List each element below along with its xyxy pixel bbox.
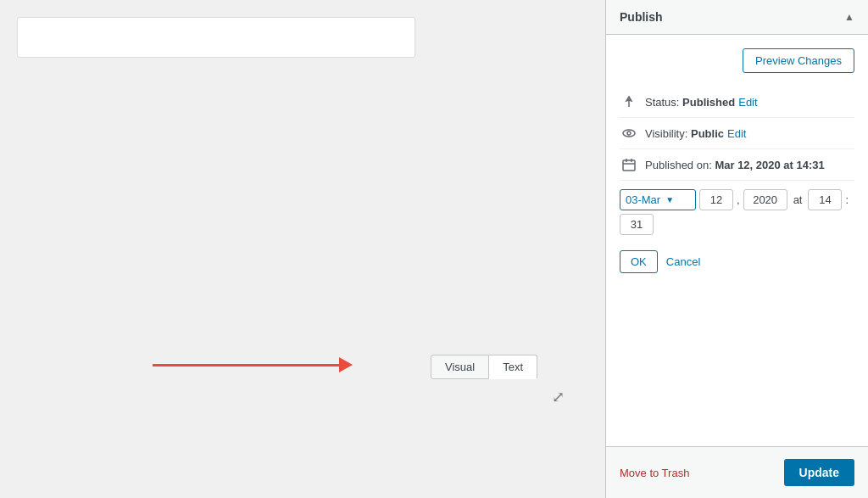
sidebar-body: Preview Changes Status: Published Edit <box>606 35 868 446</box>
editor-toolbar-area: Visual Text ⤢ <box>17 71 588 481</box>
visibility-edit-link[interactable]: Edit <box>727 127 746 140</box>
ok-cancel-row: OK Cancel <box>620 243 854 287</box>
chevron-down-icon: ▼ <box>665 195 674 204</box>
status-value: Published <box>682 96 735 109</box>
month-value: 03-Mar <box>626 193 660 206</box>
editor-area: Visual Text ⤢ <box>0 0 605 498</box>
svg-point-2 <box>627 131 631 135</box>
hour-input[interactable] <box>808 189 842 210</box>
visibility-value: Public <box>691 127 724 140</box>
arrow-line <box>153 364 339 367</box>
date-separator-1: , <box>737 193 740 206</box>
time-colon: : <box>845 193 849 206</box>
eye-icon <box>620 126 638 140</box>
ok-button[interactable]: OK <box>620 250 658 273</box>
visibility-label: Visibility: <box>645 127 687 140</box>
tab-bar: Visual Text <box>431 355 537 379</box>
sidebar-header: Publish ▲ <box>606 0 868 35</box>
status-row: Status: Published Edit <box>620 87 854 118</box>
at-label: at <box>793 193 803 206</box>
sidebar-footer: Move to Trash Update <box>606 446 868 498</box>
svg-rect-3 <box>623 160 635 171</box>
date-edit-row: 03-Mar ▼ , at : <box>620 181 854 243</box>
day-input[interactable] <box>699 189 733 210</box>
cancel-link[interactable]: Cancel <box>666 255 700 268</box>
year-input[interactable] <box>743 189 787 210</box>
month-select[interactable]: 03-Mar ▼ <box>620 189 696 210</box>
expand-icon[interactable]: ⤢ <box>552 388 565 406</box>
status-edit-link[interactable]: Edit <box>738 96 757 109</box>
publish-sidebar: Publish ▲ Preview Changes Status: Publis… <box>605 0 868 498</box>
published-value: Mar 12, 2020 at 14:31 <box>715 159 824 171</box>
arrow-head <box>339 357 353 372</box>
published-label: Published on: <box>645 159 712 171</box>
collapse-icon[interactable]: ▲ <box>844 11 854 23</box>
sidebar-title: Publish <box>620 10 663 24</box>
tab-visual[interactable]: Visual <box>431 355 489 379</box>
visibility-row: Visibility: Public Edit <box>620 118 854 149</box>
published-on-row: Published on: Mar 12, 2020 at 14:31 <box>620 149 854 181</box>
move-to-trash-link[interactable]: Move to Trash <box>620 467 689 479</box>
status-label: Status: <box>645 96 679 109</box>
svg-point-1 <box>623 130 635 137</box>
preview-changes-button[interactable]: Preview Changes <box>743 48 854 73</box>
arrow-indicator <box>153 357 353 372</box>
update-button[interactable]: Update <box>784 459 854 486</box>
title-input[interactable] <box>17 17 415 58</box>
calendar-icon <box>620 158 638 171</box>
pin-icon <box>620 95 638 109</box>
preview-btn-row: Preview Changes <box>620 48 854 73</box>
tab-text[interactable]: Text <box>489 355 537 379</box>
minute-input[interactable] <box>620 214 654 235</box>
